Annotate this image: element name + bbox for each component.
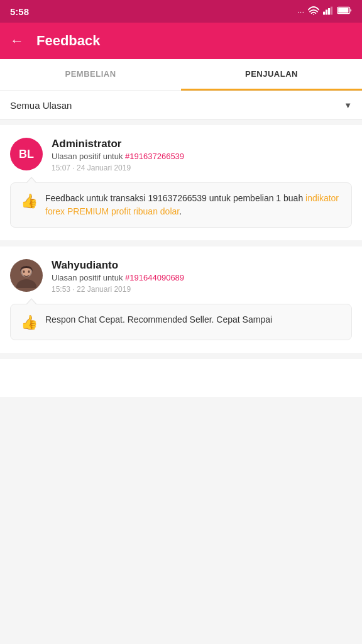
reviewer-sub-1: Ulasan positif untuk #191637266539: [52, 152, 184, 161]
svg-rect-2: [326, 9, 327, 14]
filter-label: Semua Ulasan: [10, 100, 72, 111]
svg-point-0: [313, 14, 314, 14]
reviewer-time-1: 15:07 · 24 Januari 2019: [52, 164, 184, 172]
status-bar: 5:58 ···: [0, 0, 362, 23]
reviewer-name-1: Administrator: [52, 138, 184, 150]
reviewer-row-1: BL Administrator Ulasan positif untuk #1…: [10, 138, 352, 172]
signal-icon: [323, 6, 333, 17]
svg-rect-6: [338, 8, 348, 13]
status-icons: ···: [297, 6, 352, 17]
app-header: ← Feedback: [0, 23, 362, 59]
thumbs-up-icon-2: 👍: [21, 314, 38, 331]
order-link-1[interactable]: #191637266539: [125, 152, 184, 161]
avatar-1: BL: [10, 138, 43, 170]
reviewer-sub-2: Ulasan positif untuk #191644090689: [52, 273, 184, 282]
feedback-card-1: BL Administrator Ulasan positif untuk #1…: [0, 125, 362, 240]
status-time: 5:58: [10, 6, 29, 17]
svg-point-10: [23, 270, 25, 273]
svg-rect-1: [323, 11, 325, 14]
person-avatar-svg: [14, 263, 39, 288]
comment-bubble-1: 👍 Feedback untuk transaksi 191637266539 …: [10, 182, 352, 228]
reviewer-row-2: Wahyudianto Ulasan positif untuk #191644…: [10, 259, 352, 294]
reviewer-name-2: Wahyudianto: [52, 259, 184, 272]
feedback-card-3-partial: [0, 359, 362, 397]
chevron-down-icon: ▼: [344, 101, 352, 110]
thumbs-up-icon-1: 👍: [21, 193, 38, 209]
more-dots-icon: ···: [297, 7, 304, 16]
reviewer-info-2: Wahyudianto Ulasan positif untuk #191644…: [52, 259, 184, 294]
wifi-icon: [308, 6, 319, 17]
page-title: Feedback: [36, 33, 101, 49]
filter-dropdown[interactable]: Semua Ulasan ▼: [0, 91, 362, 120]
svg-rect-4: [331, 6, 332, 14]
comment-bubble-2: 👍 Respon Chat Cepat. Recommended Seller.…: [10, 304, 352, 340]
tab-penjualan[interactable]: PENJUALAN: [181, 59, 362, 91]
comment-text-1: Feedback untuk transaksi 191637266539 un…: [45, 192, 341, 218]
svg-point-11: [28, 270, 30, 273]
order-link-2[interactable]: #191644090689: [125, 273, 184, 282]
avatar-initials-text: BL: [19, 148, 34, 161]
avatar-2: [10, 259, 43, 292]
back-button[interactable]: ←: [10, 33, 24, 49]
reviewer-time-2: 15:53 · 22 Januari 2019: [52, 285, 184, 294]
battery-icon: [337, 6, 352, 16]
reviewer-info-1: Administrator Ulasan positif untuk #1916…: [52, 138, 184, 172]
tab-pembelian[interactable]: PEMBELIAN: [0, 59, 181, 91]
svg-rect-3: [328, 8, 330, 14]
comment-text-2: Respon Chat Cepat. Recommended Seller. C…: [45, 313, 272, 326]
tab-bar: PEMBELIAN PENJUALAN: [0, 59, 362, 91]
svg-point-8: [16, 279, 36, 288]
feedback-card-2: Wahyudianto Ulasan positif untuk #191644…: [0, 247, 362, 353]
